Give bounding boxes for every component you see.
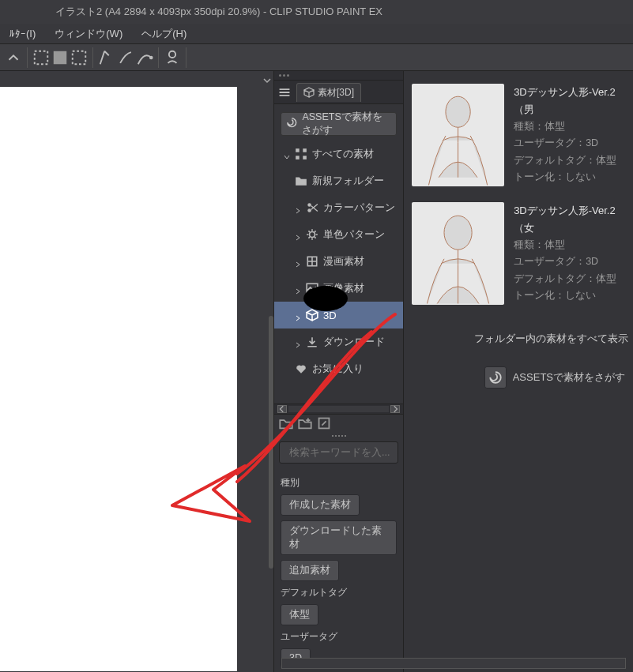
tree-manga[interactable]: 漫画素材 xyxy=(274,248,403,275)
tree-action-row xyxy=(274,415,403,432)
material-thumbnail[interactable] xyxy=(412,202,504,305)
heart-icon xyxy=(295,362,307,375)
chevron-right-icon xyxy=(295,339,301,345)
assets-button-label: ASSETSで素材をさがす xyxy=(302,111,391,137)
tree-label: お気に入り xyxy=(312,362,364,376)
material-line: デフォルトタグ：体型 xyxy=(514,271,633,287)
tab-material-3d[interactable]: 素材[3D] xyxy=(296,83,361,102)
material-thumbnail[interactable] xyxy=(412,84,504,186)
tool-group-draw xyxy=(98,47,159,68)
canvas-page[interactable] xyxy=(0,87,237,671)
edit-icon[interactable] xyxy=(317,416,331,430)
swirl-icon xyxy=(286,117,297,131)
tree-label: 新規フォルダー xyxy=(312,174,384,188)
vertical-scrollbar[interactable] xyxy=(269,316,273,569)
chip-added[interactable]: 追加素材 xyxy=(281,560,339,581)
menu-filter[interactable]: ﾙﾀｰ(I) xyxy=(0,24,45,44)
tree-image[interactable]: 画像素材 xyxy=(274,275,403,302)
material-meta: 3Dデッサン人形-Ver.2（男 種類：体型 ユーザータグ：3D デフォルトタグ… xyxy=(514,84,633,186)
tree-color-pattern[interactable]: カラーパターン xyxy=(274,194,403,221)
assets-search-button[interactable]: ASSETSで素材をさがす xyxy=(281,112,397,136)
svg-point-10 xyxy=(307,208,311,212)
svg-point-3 xyxy=(150,56,153,58)
material-title: 3Dデッサン人形-Ver.2（男 xyxy=(514,84,633,118)
cube-icon xyxy=(306,309,318,321)
material-line: 種類：体型 xyxy=(514,118,633,135)
canvas-area[interactable] xyxy=(0,71,273,672)
svg-point-9 xyxy=(307,203,311,207)
panel-tab-row: 素材[3D] xyxy=(274,81,403,104)
show-all-link[interactable]: フォルダー内の素材をすべて表示 xyxy=(404,321,633,352)
select-rect-dashed-icon[interactable] xyxy=(32,49,50,66)
assets-link-row[interactable]: ASSETSで素材をさがす xyxy=(404,352,633,389)
main: 素材[3D] ASSETSで素材をさがす すべての素材 新規フォルダー xyxy=(0,71,633,672)
tree-download[interactable]: ダウンロード xyxy=(274,328,403,355)
chevron-right-icon xyxy=(295,258,301,265)
chip-downloaded[interactable]: ダウンロードした素材 xyxy=(281,520,397,555)
canvas-dropdown-icon[interactable] xyxy=(262,76,272,85)
chevron-down-icon xyxy=(284,151,290,157)
new-folder-icon[interactable] xyxy=(279,416,293,430)
chevron-up-icon[interactable] xyxy=(5,49,22,66)
search-input[interactable] xyxy=(289,447,413,458)
svg-rect-6 xyxy=(303,148,307,152)
curve-edit-icon[interactable] xyxy=(136,49,153,66)
toolbar xyxy=(0,44,633,71)
material-title: 3Dデッサン人形-Ver.2（女 xyxy=(514,202,633,237)
new-folder-plus-icon[interactable] xyxy=(298,416,312,430)
svg-rect-0 xyxy=(35,51,48,64)
grid-icon xyxy=(295,148,307,160)
tree-all-materials[interactable]: すべての素材 xyxy=(274,141,403,167)
tree-scroll-horizontal[interactable] xyxy=(274,404,403,415)
tag-default-heading: デフォルトタグ xyxy=(281,586,397,599)
panel-drag-bar[interactable] xyxy=(274,71,403,81)
tree-label: カラーパターン xyxy=(323,201,395,215)
panel-menu-icon[interactable] xyxy=(277,85,292,99)
download-icon xyxy=(306,336,318,348)
select-rect-fill-icon[interactable] xyxy=(51,49,69,66)
material-tree: すべての素材 新規フォルダー カラーパターン 単色パターン xyxy=(274,141,403,404)
tool-group-3d xyxy=(164,47,187,68)
image-icon xyxy=(306,282,318,295)
svg-point-4 xyxy=(169,51,175,57)
tree-label: 3D xyxy=(323,310,337,321)
swirl-icon-box xyxy=(484,366,507,389)
figure-icon[interactable] xyxy=(164,49,181,66)
chevron-right-icon xyxy=(295,205,301,211)
panel-resize-grip[interactable] xyxy=(274,432,403,440)
material-item[interactable]: 3Dデッサン人形-Ver.2（男 種類：体型 ユーザータグ：3D デフォルトタグ… xyxy=(404,84,633,202)
scroll-track[interactable] xyxy=(288,406,389,412)
scroll-right-icon[interactable] xyxy=(390,405,400,413)
svg-rect-8 xyxy=(303,156,307,160)
pen-curve-icon[interactable] xyxy=(98,49,115,66)
tree-new-folder[interactable]: 新規フォルダー xyxy=(274,167,403,194)
tag-section: 種別 作成した素材 ダウンロードした素材 追加素材 デフォルトタグ 体型 ユーザ… xyxy=(274,467,403,672)
assets-link-label: ASSETSで素材をさがす xyxy=(513,370,625,385)
tree-mono-pattern[interactable]: 単色パターン xyxy=(274,221,403,248)
material-line: トーン化：しない xyxy=(514,169,633,186)
tree-panel: 素材[3D] ASSETSで素材をさがす すべての素材 新規フォルダー xyxy=(273,71,404,672)
tree-3d[interactable]: 3D xyxy=(274,302,403,328)
tab-label: 素材[3D] xyxy=(318,86,354,99)
tool-group-selection xyxy=(32,47,93,68)
material-line: トーン化：しない xyxy=(514,287,633,304)
search-row[interactable] xyxy=(279,441,398,464)
material-item[interactable]: 3Dデッサン人形-Ver.2（女 種類：体型 ユーザータグ：3D デフォルトタグ… xyxy=(404,202,633,321)
select-rect-icon[interactable] xyxy=(70,49,88,66)
window-title: イラスト2 (A4 2894 x 4093px 350dpi 20.9%) - … xyxy=(55,6,382,17)
tree-label: ダウンロード xyxy=(323,335,385,349)
cog-icon xyxy=(306,228,318,241)
menu-help[interactable]: ヘルプ(H) xyxy=(132,24,196,44)
scissors-icon xyxy=(306,201,318,214)
chip-created[interactable]: 作成した素材 xyxy=(281,494,360,516)
menu-window[interactable]: ウィンドウ(W) xyxy=(45,24,132,44)
svg-rect-2 xyxy=(73,51,86,64)
material-list: 3Dデッサン人形-Ver.2（男 種類：体型 ユーザータグ：3D デフォルトタグ… xyxy=(404,71,633,672)
svg-rect-5 xyxy=(296,148,300,152)
brush-icon[interactable] xyxy=(117,49,134,66)
tree-favorite[interactable]: お気に入り xyxy=(274,355,403,382)
chip-body-type[interactable]: 体型 xyxy=(281,604,318,625)
scroll-left-icon[interactable] xyxy=(277,405,287,413)
material-line: ユーザータグ：3D xyxy=(514,135,633,152)
svg-point-11 xyxy=(310,232,315,238)
